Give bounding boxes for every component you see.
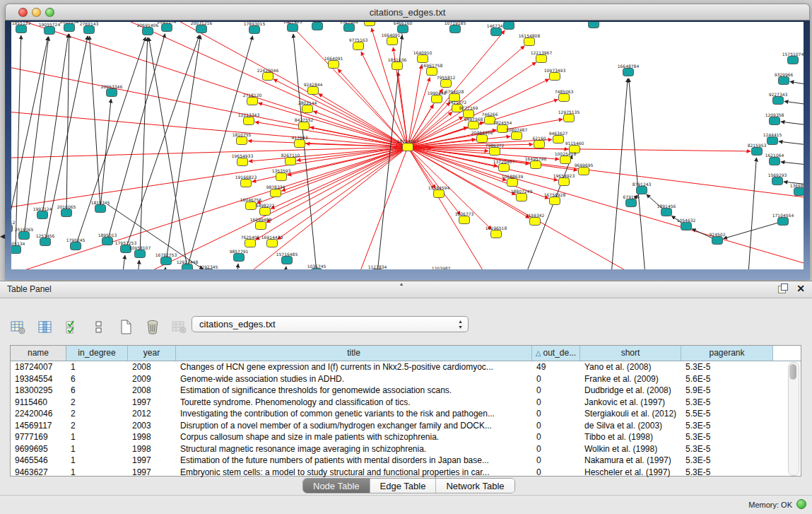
graph-node[interactable] [550,197,560,205]
table-cell[interactable]: 5.5E-5 [681,408,773,420]
table-cell[interactable]: 2009 [128,373,176,385]
collapse-panel-icon[interactable]: ◀ [0,233,5,240]
table-cell[interactable]: Tourette syndrome. Phenomenology and cla… [176,397,532,409]
table-cell[interactable]: 5.3E-5 [681,361,773,373]
table-cell[interactable]: Tibbo et al. (1998) [580,431,681,443]
graph-node[interactable] [288,24,298,32]
graph-node[interactable] [788,57,799,64]
graph-node[interactable] [504,22,514,30]
graph-node[interactable] [299,122,310,130]
table-cell[interactable]: 0 [532,408,580,420]
table-row[interactable]: 1938455462009Genome-wide association stu… [11,373,801,385]
graph-node[interactable] [11,225,13,233]
graph-node[interactable] [560,156,571,164]
table-mode-icon[interactable] [10,319,27,336]
table-cell[interactable]: de Silva et al. (2003) [580,420,681,432]
graph-node[interactable] [196,25,207,33]
table-cell[interactable]: 2012 [128,408,176,420]
table-row[interactable]: 977716911998Corpus callosum shape and si… [11,431,801,443]
table-cell[interactable]: 2008 [128,385,176,397]
graph-node[interactable] [237,137,247,145]
table-cell[interactable]: Estimation of the future numbers of pati… [176,455,532,467]
table-cell[interactable]: 0 [532,385,580,397]
graph-node[interactable] [794,188,804,196]
new-column-icon[interactable] [117,319,134,336]
graph-node[interactable] [752,148,763,156]
graph-node[interactable] [773,97,784,105]
table-cell[interactable]: Yano et al. (2008) [580,361,681,373]
graph-node[interactable] [246,202,257,210]
table-cell[interactable]: Structural magnetic resonance image aver… [176,443,532,455]
graph-node[interactable] [234,254,245,262]
graph-node[interactable] [507,179,518,187]
close-panel-icon[interactable]: ✕ [796,284,805,293]
table-cell[interactable]: 9465546 [11,455,66,467]
graph-node[interactable] [267,240,278,247]
graph-node[interactable] [329,61,339,69]
graph-node[interactable] [559,94,570,102]
table-row[interactable]: 969969511998Structural magnetic resonanc… [11,443,801,455]
table-cell[interactable]: 18724007 [11,361,66,373]
table-cell[interactable]: 2 [66,408,128,420]
table-cell[interactable]: 2 [66,420,128,432]
table-cell[interactable]: 14569117 [11,420,66,432]
table-cell[interactable]: 6 [66,373,128,385]
graph-node[interactable] [770,158,780,165]
table-cell[interactable]: 5.6E-5 [681,373,773,385]
graph-node[interactable] [767,137,778,145]
table-cell[interactable]: 0 [532,455,580,467]
column-header-in_degree[interactable]: in_degree [66,346,128,361]
graph-node[interactable] [512,132,522,140]
table-row[interactable]: 1872400712008Changes of HCN gene express… [11,361,801,373]
table-cell[interactable]: 1997 [128,397,176,409]
graph-node[interactable] [499,164,510,172]
table-cell[interactable]: 9777169 [11,431,66,443]
graph-node[interactable] [40,238,51,246]
table-cell[interactable]: Genome-wide association studies in ADHD. [176,373,532,385]
table-cell[interactable]: 5.9E-5 [681,385,773,397]
graph-node[interactable] [162,24,172,32]
table-cell[interactable]: Jankovic et al. (1997) [580,397,681,409]
graph-node[interactable] [559,178,570,186]
table-cell[interactable]: 9115460 [11,397,66,409]
graph-node[interactable] [387,37,398,45]
delete-column-icon[interactable] [144,319,161,336]
row-height-icon[interactable] [90,319,107,336]
graph-node[interactable] [490,148,500,156]
table-cell[interactable]: 6 [66,385,128,397]
graph-node[interactable] [182,264,193,270]
graph-node[interactable] [427,68,437,76]
graph-node[interactable] [302,105,313,113]
graph-node[interactable] [260,208,271,216]
scrollbar-thumb[interactable] [789,364,796,380]
table-cell[interactable]: 1 [66,431,128,443]
table-cell[interactable]: 5.3E-5 [681,397,773,409]
table-cell[interactable]: 5.3E-5 [681,420,773,432]
graph-node[interactable] [623,69,634,76]
show-columns-icon[interactable] [37,319,54,336]
tab-node-table[interactable]: Node Table [303,479,370,493]
graph-node[interactable] [64,24,75,32]
graph-node[interactable] [779,77,789,85]
table-cell[interactable]: Stergiakouli et al. (2012) [580,408,681,420]
graph-node[interactable] [161,257,172,265]
graph-node[interactable] [16,25,27,33]
column-header-title[interactable]: title [176,346,532,361]
graph-node[interactable] [286,158,296,165]
table-cell[interactable]: 2003 [128,420,176,432]
table-cell[interactable]: 0 [532,420,580,432]
graph-node[interactable] [579,168,589,175]
memory-status-icon[interactable] [796,499,806,509]
table-cell[interactable]: Franke et al. (2009) [580,373,681,385]
graph-node[interactable] [491,230,502,238]
graph-node[interactable] [344,24,355,32]
table-cell[interactable]: 1998 [128,443,176,455]
table-cell[interactable]: 9699695 [11,443,66,455]
graph-node[interactable] [241,180,252,187]
grip-icon[interactable]: ▴ [400,281,403,287]
tab-edge-table[interactable]: Edge Table [370,479,437,493]
table-cell[interactable]: Corpus callosum shape and size in male p… [176,431,532,443]
table-select-combobox[interactable]: citations_edges.txt ▲▼ [192,316,469,332]
table-cell[interactable]: 2 [66,397,128,409]
table-cell[interactable]: Disruption of a novel member of a sodium… [176,420,532,432]
